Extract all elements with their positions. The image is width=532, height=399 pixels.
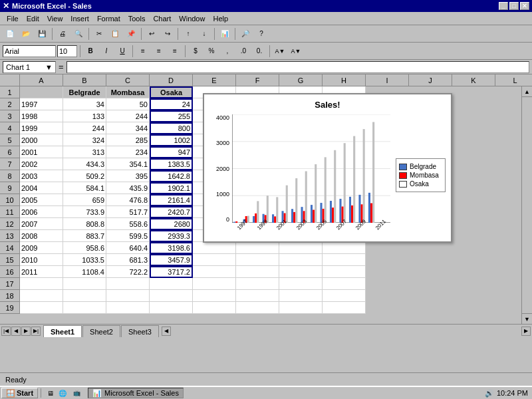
chart-wizard-button[interactable]: 📊 [217,27,232,41]
row-num-19[interactable]: 19 [0,302,20,314]
cell-d4[interactable]: 800 [150,122,193,134]
cell-g18[interactable] [279,290,323,302]
cell-g16[interactable] [279,266,323,278]
row-num-4[interactable]: 4 [0,122,20,134]
cell-h14[interactable] [323,242,366,254]
cell-a14[interactable]: 2009 [20,242,63,254]
sort-asc-button[interactable]: ↑ [181,27,196,41]
cell-d17[interactable] [150,278,193,290]
sheet-tab-sheet3[interactable]: Sheet3 [121,325,159,337]
cell-d13[interactable]: 2939.3 [150,230,193,242]
help-button[interactable]: ? [254,27,269,41]
cell-c16[interactable]: 722.2 [106,266,150,278]
col-header-d[interactable]: D [150,74,193,86]
taskbar-excel-item[interactable]: 📊 Microsoft Excel - Sales [88,388,184,398]
cell-a15[interactable]: 2010 [20,254,63,266]
cell-f19[interactable] [236,302,279,314]
maximize-button[interactable]: □ [509,2,519,10]
cell-c9[interactable]: 435.9 [106,182,150,194]
font-name-input[interactable]: Arial [3,45,56,57]
row-num-9[interactable]: 9 [0,182,20,194]
cell-d7[interactable]: 1383.5 [150,158,193,170]
decrease-decimal-button[interactable]: 0. [252,45,267,58]
cell-a1[interactable] [20,86,63,98]
media-player-icon[interactable]: 📺 [69,388,84,398]
row-num-15[interactable]: 15 [0,254,20,266]
cell-a6[interactable]: 2001 [20,146,63,158]
col-header-i[interactable]: I [366,74,409,86]
last-sheet-button[interactable]: ▶| [31,327,41,336]
cell-b10[interactable]: 659 [63,194,106,206]
menu-file[interactable]: File [3,13,23,24]
row-num-5[interactable]: 5 [0,134,20,146]
cell-b19[interactable] [63,302,106,314]
col-header-e[interactable]: E [193,74,236,86]
comma-button[interactable]: , [220,45,235,58]
name-box-dropdown-icon[interactable]: ▼ [45,63,53,71]
cell-g17[interactable] [279,278,323,290]
cell-h16[interactable] [323,266,366,278]
cell-h19[interactable] [323,302,366,314]
cell-d8[interactable]: 1642.8 [150,170,193,182]
cell-c14[interactable]: 640.4 [106,242,150,254]
bold-button[interactable]: B [83,45,98,58]
cell-d12[interactable]: 2680 [150,218,193,230]
row-num-6[interactable]: 6 [0,146,20,158]
cell-b3[interactable]: 133 [63,110,106,122]
cell-b7[interactable]: 434.3 [63,158,106,170]
cell-h18[interactable] [323,290,366,302]
cell-e17[interactable] [193,278,236,290]
row-num-12[interactable]: 12 [0,218,20,230]
menu-format[interactable]: Format [93,13,124,24]
horizontal-scrollbar[interactable]: ◀ ▶ [162,326,531,336]
cell-a13[interactable]: 2008 [20,230,63,242]
italic-button[interactable]: I [99,45,114,58]
row-num-11[interactable]: 11 [0,206,20,218]
open-button[interactable]: 📂 [19,27,33,41]
cell-c17[interactable] [106,278,150,290]
close-button[interactable]: ✕ [520,2,529,10]
cell-d11[interactable]: 2420.7 [150,206,193,218]
cell-b1[interactable]: Belgrade [63,86,106,98]
col-header-k[interactable]: K [452,74,495,86]
cell-a3[interactable]: 1998 [20,110,63,122]
cell-a10[interactable]: 2005 [20,194,63,206]
col-header-a[interactable]: A [20,74,63,86]
font-color-button[interactable]: A▼ [289,45,303,58]
increase-decimal-button[interactable]: .0 [236,45,251,58]
cell-d18[interactable] [150,290,193,302]
start-button[interactable]: 🪟 Start [1,388,38,398]
cell-c5[interactable]: 285 [106,134,150,146]
desktop-icon[interactable]: 🖥 [45,388,56,398]
menu-insert[interactable]: Insert [66,13,93,24]
row-num-13[interactable]: 13 [0,230,20,242]
vertical-scrollbar[interactable]: ▲ ▼ [521,86,532,324]
col-header-c[interactable]: C [106,74,150,86]
col-header-f[interactable]: F [236,74,279,86]
row-num-17[interactable]: 17 [0,278,20,290]
cell-b8[interactable]: 509.2 [63,170,106,182]
scroll-up-button[interactable]: ▲ [522,86,532,97]
paste-button[interactable]: 📌 [124,27,138,41]
save-button[interactable]: 💾 [35,27,49,41]
sheet-tab-sheet1[interactable]: Sheet1 [43,325,82,337]
minimize-button[interactable]: _ [499,2,508,10]
browser-icon[interactable]: 🌐 [57,388,68,398]
menu-help[interactable]: Help [209,13,232,24]
cell-d16[interactable]: 3717.2 [150,266,193,278]
cell-d9[interactable]: 1902.1 [150,182,193,194]
cell-a7[interactable]: 2002 [20,158,63,170]
cell-d19[interactable] [150,302,193,314]
row-num-10[interactable]: 10 [0,194,20,206]
col-header-h[interactable]: H [323,74,366,86]
cell-a4[interactable]: 1999 [20,122,63,134]
row-num-16[interactable]: 16 [0,266,20,278]
cell-b9[interactable]: 584.1 [63,182,106,194]
scroll-track[interactable] [522,97,532,313]
sheet-tab-sheet2[interactable]: Sheet2 [82,325,120,337]
first-sheet-button[interactable]: |◀ [1,327,11,336]
cell-b13[interactable]: 883.7 [63,230,106,242]
align-center-button[interactable]: ≡ [152,45,166,58]
menu-tools[interactable]: Tools [124,13,150,24]
cell-d14[interactable]: 3198.6 [150,242,193,254]
